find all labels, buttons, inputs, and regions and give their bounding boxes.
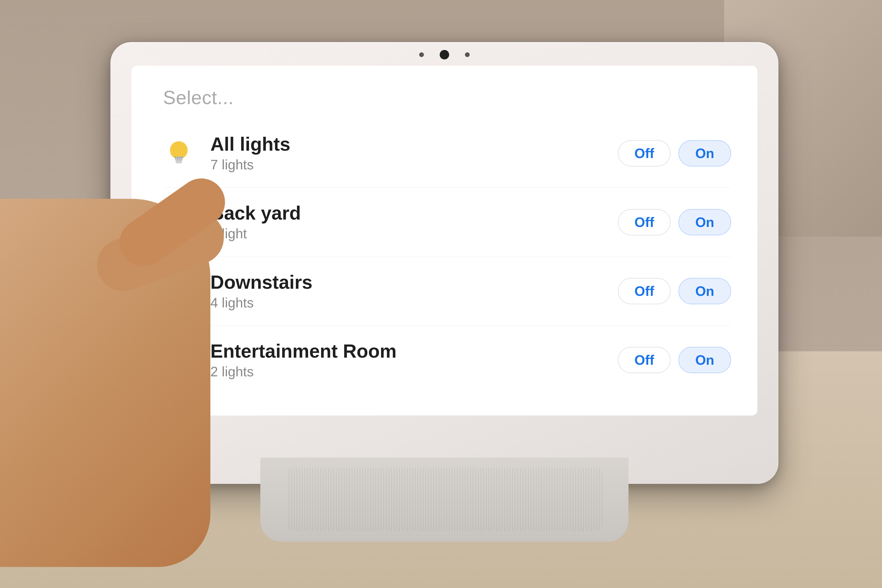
svg-point-1 bbox=[171, 142, 187, 159]
light-icon-all-lights bbox=[163, 138, 195, 169]
light-list: All lights 7 lights Off On bbox=[163, 119, 731, 394]
light-name-back-yard: Back yard bbox=[210, 203, 618, 224]
light-controls-downstairs: Off On bbox=[618, 278, 731, 304]
on-button-back-yard[interactable]: On bbox=[678, 209, 731, 236]
light-row-all-lights[interactable]: All lights 7 lights Off On bbox=[163, 119, 731, 188]
light-info-entertainment-room: Entertainment Room 2 lights bbox=[210, 341, 618, 380]
off-button-entertainment-room[interactable]: Off bbox=[618, 347, 670, 373]
light-row-downstairs[interactable]: Downstairs 4 lights Off On bbox=[163, 257, 731, 326]
camera-main bbox=[440, 50, 449, 59]
google-nest-hub: Select... bbox=[111, 42, 778, 542]
light-controls-all-lights: Off On bbox=[618, 140, 731, 166]
screen-content: Select... bbox=[132, 66, 758, 416]
off-button-back-yard[interactable]: Off bbox=[618, 209, 670, 236]
on-button-entertainment-room[interactable]: On bbox=[678, 347, 731, 373]
screen: Select... bbox=[132, 66, 758, 416]
light-count-entertainment-room: 2 lights bbox=[210, 364, 618, 380]
light-name-all-lights: All lights bbox=[210, 134, 618, 154]
speaker-grille bbox=[286, 468, 602, 531]
device-frame: Select... bbox=[111, 42, 778, 484]
light-name-entertainment-room: Entertainment Room bbox=[210, 341, 618, 362]
off-button-downstairs[interactable]: Off bbox=[618, 278, 670, 304]
off-button-all-lights[interactable]: Off bbox=[618, 140, 670, 166]
on-button-all-lights[interactable]: On bbox=[678, 140, 731, 166]
sensor-dot-right bbox=[465, 52, 470, 57]
light-count-back-yard: 1 light bbox=[210, 226, 618, 242]
light-info-back-yard: Back yard 1 light bbox=[210, 203, 618, 242]
light-row-back-yard[interactable]: Back yard 1 light Off On bbox=[163, 188, 731, 256]
hand bbox=[0, 199, 210, 567]
page-title: Select... bbox=[163, 87, 731, 108]
camera-bar bbox=[419, 50, 470, 59]
speaker-base bbox=[260, 458, 628, 542]
light-controls-back-yard: Off On bbox=[618, 209, 731, 236]
light-controls-entertainment-room: Off On bbox=[618, 347, 731, 373]
sensor-dot-left bbox=[419, 52, 424, 57]
light-row-entertainment-room[interactable]: Entertainment Room 2 lights Off On bbox=[163, 326, 731, 394]
light-name-downstairs: Downstairs bbox=[210, 272, 618, 292]
on-button-downstairs[interactable]: On bbox=[678, 278, 731, 304]
light-count-all-lights: 7 lights bbox=[210, 157, 618, 172]
light-count-downstairs: 4 lights bbox=[210, 295, 618, 310]
light-info-downstairs: Downstairs 4 lights bbox=[210, 272, 618, 310]
light-info-all-lights: All lights 7 lights bbox=[210, 134, 618, 172]
